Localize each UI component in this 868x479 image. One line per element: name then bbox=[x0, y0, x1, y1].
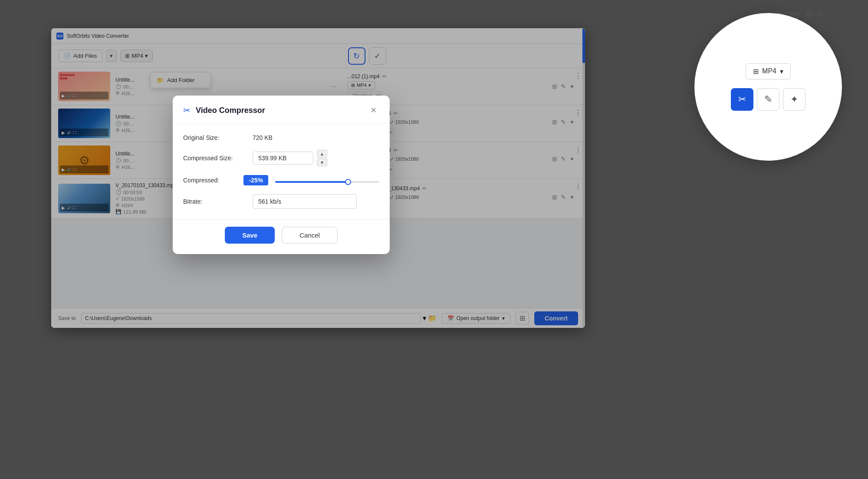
zoom-content: ⊞ MP4 ▾ ✂ ✎ ✦ bbox=[722, 55, 814, 119]
zoom-compress-button[interactable]: ✂ bbox=[731, 88, 753, 111]
zoom-format-label: MP4 bbox=[762, 67, 776, 75]
video-compressor-modal: ✂ Video Compressor ✕ Original Size: 720 … bbox=[173, 96, 390, 254]
compressed-label: Compressed: bbox=[183, 177, 243, 184]
zoom-grid-icon: ⊞ bbox=[753, 67, 759, 76]
compressed-size-label: Compressed Size: bbox=[183, 155, 253, 162]
zoom-compress-icon: ✂ bbox=[738, 94, 746, 105]
compress-percent-badge: -25% bbox=[243, 175, 268, 185]
size-spinner: ▲ ▼ bbox=[317, 150, 327, 166]
modal-overlay: ✂ Video Compressor ✕ Original Size: 720 … bbox=[51, 28, 585, 328]
modal-close-button[interactable]: ✕ bbox=[367, 104, 379, 116]
zoom-action-icons: ✂ ✎ ✦ bbox=[731, 88, 806, 111]
app-window: SO SoftOrbits Video Converter 📄 Add File… bbox=[51, 28, 585, 328]
zoom-format-button[interactable]: ⊞ MP4 ▾ bbox=[746, 63, 791, 79]
zoom-wand-button[interactable]: ✦ bbox=[783, 88, 806, 111]
cancel-button[interactable]: Cancel bbox=[282, 227, 338, 244]
modal-title: Video Compressor bbox=[196, 106, 265, 115]
modal-footer: Save Cancel bbox=[173, 219, 390, 254]
bitrate-input[interactable] bbox=[253, 194, 357, 209]
modal-body: Original Size: 720 KB Compressed Size: ▲… bbox=[173, 124, 390, 219]
compression-slider-container bbox=[275, 178, 379, 183]
compressed-size-row: Compressed Size: ▲ ▼ bbox=[183, 150, 379, 166]
modal-header: ✂ Video Compressor ✕ bbox=[173, 96, 390, 124]
zoom-edit-button[interactable]: ✎ bbox=[757, 88, 779, 111]
bitrate-label: Bitrate: bbox=[183, 198, 253, 205]
compressed-size-input: ▲ ▼ bbox=[253, 150, 327, 166]
slider-thumb[interactable] bbox=[345, 179, 351, 185]
settings-icon[interactable]: ⚙ bbox=[806, 9, 813, 19]
app-label: S... bbox=[819, 10, 829, 18]
zoom-edit-icon: ✎ bbox=[764, 94, 772, 105]
compressed-size-field[interactable] bbox=[253, 152, 313, 165]
zoom-wand-icon: ✦ bbox=[790, 94, 798, 105]
size-decrement-button[interactable]: ▼ bbox=[317, 159, 327, 166]
bitrate-row: Bitrate: bbox=[183, 194, 379, 209]
original-size-row: Original Size: 720 KB bbox=[183, 134, 379, 141]
compressed-percent-row: Compressed: -25% bbox=[183, 175, 379, 185]
original-size-label: Original Size: bbox=[183, 134, 253, 141]
zoom-chevron-icon: ▾ bbox=[780, 67, 783, 76]
save-button[interactable]: Save bbox=[225, 227, 275, 244]
size-increment-button[interactable]: ▲ bbox=[317, 150, 327, 158]
compressor-icon: ✂ bbox=[183, 105, 191, 116]
slider-fill bbox=[275, 181, 348, 183]
slider-track bbox=[275, 181, 379, 183]
zoom-circle: ⊞ MP4 ▾ ✂ ✎ ✦ bbox=[694, 13, 842, 161]
original-size-value: 720 KB bbox=[253, 134, 273, 141]
